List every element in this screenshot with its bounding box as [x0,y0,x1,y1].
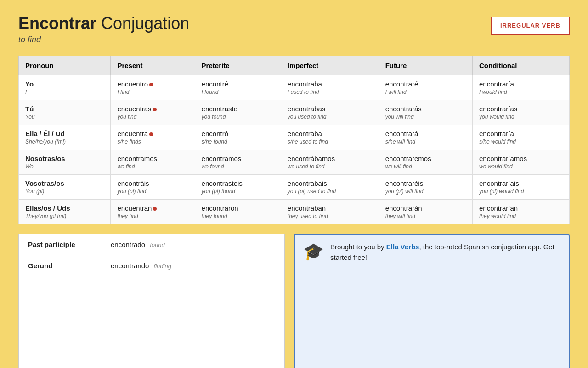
cell-preterite: encontramoswe found [195,150,281,175]
cell-pronoun: Ellas/os / UdsThey/you (pl fml) [19,200,111,224]
gerund-label: Gerund [28,262,111,270]
cell-pronoun: TúYou [19,100,111,125]
col-header-present: Present [111,56,195,75]
gerund-row: Gerund encontrando finding [19,255,284,276]
cell-imperfect: encontrabanthey used to find [281,200,379,224]
table-row: YoIencuentroI findencontréI foundencontr… [19,75,570,100]
cell-future: encontraréisyou (pl) will find [379,175,472,200]
gerund-value: encontrando finding [111,262,171,270]
cell-future: encontraréI will find [379,75,472,100]
col-header-pronoun: Pronoun [19,56,111,75]
conjugation-table: Pronoun Present Preterite Imperfect Futu… [18,56,570,224]
cell-preterite: encontréI found [195,75,281,100]
cell-present: encuentrasyou find [111,100,195,125]
bottom-section: Past participle encontrado found Gerund … [18,234,570,368]
cell-imperfect: encontrabasyou used to find [281,100,379,125]
title-block: Encontrar Conjugation to find [18,14,189,45]
cell-conditional: encontraríanthey would find [472,200,569,224]
cell-present: encontráisyou (pl) find [111,175,195,200]
cell-present: encuentras/he finds [111,125,195,150]
cell-future: encontrarásyou will find [379,100,472,125]
cell-conditional: encontraríamoswe would find [472,150,569,175]
cell-pronoun: Ella / Él / UdShe/he/you (fml) [19,125,111,150]
page-subtitle: to find [18,35,189,45]
table-row: Vosotras/osYou (pl)encontráisyou (pl) fi… [19,175,570,200]
irregular-badge: IRREGULAR VERB [491,17,570,34]
cell-future: encontraránthey will find [379,200,472,224]
promo-box: 🎓 Brought to you by Ella Verbs, the top-… [294,234,570,368]
table-header-row: Pronoun Present Preterite Imperfect Futu… [19,56,570,75]
cell-imperfect: encontrábamoswe used to find [281,150,379,175]
cell-conditional: encontrarías/he would find [472,125,569,150]
col-header-conditional: Conditional [472,56,569,75]
col-header-future: Future [379,56,472,75]
promo-top: 🎓 Brought to you by Ella Verbs, the top-… [303,242,560,263]
cell-future: encontraremoswe will find [379,150,472,175]
cell-imperfect: encontrabaI used to find [281,75,379,100]
cell-preterite: encontrasteisyou (pl) found [195,175,281,200]
past-participle-row: Past participle encontrado found [19,234,284,255]
cell-pronoun: Vosotras/osYou (pl) [19,175,111,200]
table-row: Nosotras/osWeencontramoswe findencontram… [19,150,570,175]
page-header: Encontrar Conjugation to find IRREGULAR … [18,14,570,45]
cell-imperfect: encontrabas/he used to find [281,125,379,150]
cell-preterite: encontrasteyou found [195,100,281,125]
past-participle-label: Past participle [28,241,111,248]
cell-imperfect: encontrabaisyou (pl) used to find [281,175,379,200]
table-row: Ellas/os / UdsThey/you (pl fml)encuentra… [19,200,570,224]
cell-future: encontrarás/he will find [379,125,472,150]
cell-present: encuentroI find [111,75,195,100]
cell-present: encuentranthey find [111,200,195,224]
cell-preterite: encontraronthey found [195,200,281,224]
cell-preterite: encontrós/he found [195,125,281,150]
ella-verbs-promo-link[interactable]: Ella Verbs [386,243,419,251]
cell-conditional: encontraríaisyou (pl) would find [472,175,569,200]
promo-icon: 🎓 [303,242,324,261]
col-header-imperfect: Imperfect [281,56,379,75]
table-row: Ella / Él / UdShe/he/you (fml)encuentras… [19,125,570,150]
col-header-preterite: Preterite [195,56,281,75]
past-participle-value: encontrado found [111,241,165,248]
page-title: Encontrar Conjugation [18,14,189,33]
cell-pronoun: Nosotras/osWe [19,150,111,175]
participle-box: Past participle encontrado found Gerund … [18,234,285,368]
promo-text: Brought to you by Ella Verbs, the top-ra… [330,242,560,263]
cell-conditional: encontraríaI would find [472,75,569,100]
cell-present: encontramoswe find [111,150,195,175]
cell-pronoun: YoI [19,75,111,100]
table-row: TúYouencuentrasyou findencontrasteyou fo… [19,100,570,125]
cell-conditional: encontraríasyou would find [472,100,569,125]
